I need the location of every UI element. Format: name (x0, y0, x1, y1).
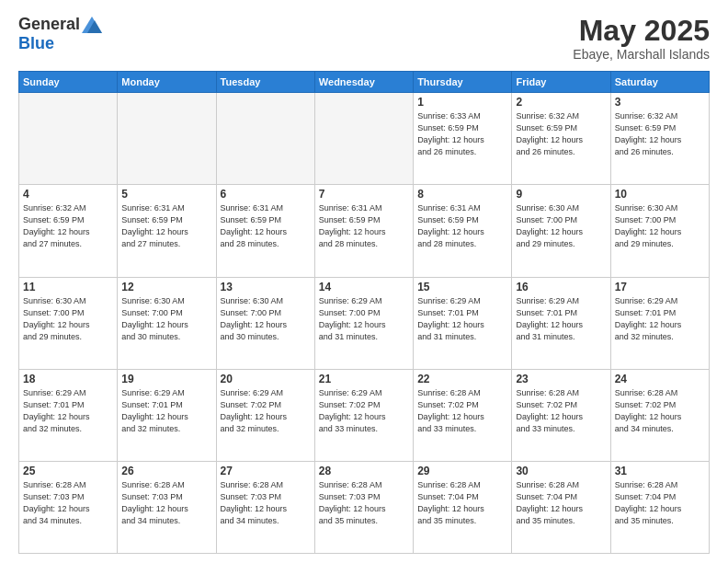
day-info: Sunrise: 6:31 AM Sunset: 6:59 PM Dayligh… (319, 202, 409, 250)
day-info: Sunrise: 6:30 AM Sunset: 7:00 PM Dayligh… (221, 295, 311, 343)
calendar-cell: 27Sunrise: 6:28 AM Sunset: 7:03 PM Dayli… (216, 461, 314, 553)
location-title: Ebaye, Marshall Islands (573, 47, 710, 62)
calendar-week-row: 11Sunrise: 6:30 AM Sunset: 7:00 PM Dayli… (19, 277, 710, 369)
day-info: Sunrise: 6:29 AM Sunset: 7:01 PM Dayligh… (615, 295, 705, 343)
day-info: Sunrise: 6:32 AM Sunset: 6:59 PM Dayligh… (23, 202, 113, 250)
day-info: Sunrise: 6:33 AM Sunset: 6:59 PM Dayligh… (417, 110, 507, 158)
calendar-cell: 23Sunrise: 6:28 AM Sunset: 7:02 PM Dayli… (512, 369, 610, 461)
calendar-cell: 1Sunrise: 6:33 AM Sunset: 6:59 PM Daylig… (414, 93, 512, 185)
calendar-header-row: SundayMondayTuesdayWednesdayThursdayFrid… (19, 72, 710, 93)
day-number: 26 (121, 465, 211, 477)
day-info: Sunrise: 6:29 AM Sunset: 7:02 PM Dayligh… (319, 387, 409, 435)
day-info: Sunrise: 6:28 AM Sunset: 7:02 PM Dayligh… (615, 387, 705, 435)
day-info: Sunrise: 6:30 AM Sunset: 7:00 PM Dayligh… (615, 202, 705, 250)
day-number: 18 (23, 373, 113, 385)
day-number: 22 (417, 373, 507, 385)
col-header-thursday: Thursday (414, 72, 512, 93)
calendar-cell: 20Sunrise: 6:29 AM Sunset: 7:02 PM Dayli… (216, 369, 314, 461)
day-number: 27 (221, 465, 311, 477)
col-header-tuesday: Tuesday (216, 72, 314, 93)
calendar-cell: 15Sunrise: 6:29 AM Sunset: 7:01 PM Dayli… (414, 277, 512, 369)
calendar-cell: 7Sunrise: 6:31 AM Sunset: 6:59 PM Daylig… (314, 185, 413, 277)
day-info: Sunrise: 6:28 AM Sunset: 7:02 PM Dayligh… (417, 387, 507, 435)
calendar-cell (216, 93, 314, 185)
day-info: Sunrise: 6:32 AM Sunset: 6:59 PM Dayligh… (516, 110, 606, 158)
day-number: 14 (319, 281, 409, 293)
calendar-table: SundayMondayTuesdayWednesdayThursdayFrid… (18, 71, 710, 554)
day-number: 15 (417, 281, 507, 293)
day-info: Sunrise: 6:29 AM Sunset: 7:00 PM Dayligh… (319, 295, 409, 343)
day-info: Sunrise: 6:31 AM Sunset: 6:59 PM Dayligh… (121, 202, 211, 250)
logo-general-text: General (18, 15, 80, 34)
col-header-monday: Monday (118, 72, 216, 93)
calendar-cell: 12Sunrise: 6:30 AM Sunset: 7:00 PM Dayli… (118, 277, 216, 369)
day-number: 23 (516, 373, 606, 385)
day-info: Sunrise: 6:30 AM Sunset: 7:00 PM Dayligh… (121, 295, 211, 343)
calendar-week-row: 18Sunrise: 6:29 AM Sunset: 7:01 PM Dayli… (19, 369, 710, 461)
calendar-cell: 30Sunrise: 6:28 AM Sunset: 7:04 PM Dayli… (512, 461, 610, 553)
calendar-cell: 13Sunrise: 6:30 AM Sunset: 7:00 PM Dayli… (216, 277, 314, 369)
calendar-cell: 10Sunrise: 6:30 AM Sunset: 7:00 PM Dayli… (610, 185, 709, 277)
calendar-week-row: 4Sunrise: 6:32 AM Sunset: 6:59 PM Daylig… (19, 185, 710, 277)
title-block: May 2025 Ebaye, Marshall Islands (573, 15, 710, 62)
calendar-cell: 22Sunrise: 6:28 AM Sunset: 7:02 PM Dayli… (414, 369, 512, 461)
day-number: 30 (516, 465, 606, 477)
logo-icon (82, 17, 102, 33)
calendar-cell: 5Sunrise: 6:31 AM Sunset: 6:59 PM Daylig… (118, 185, 216, 277)
day-number: 12 (121, 281, 211, 293)
calendar-week-row: 1Sunrise: 6:33 AM Sunset: 6:59 PM Daylig… (19, 93, 710, 185)
day-number: 5 (121, 188, 211, 201)
day-number: 13 (221, 281, 311, 293)
day-number: 29 (417, 465, 507, 477)
calendar-week-row: 25Sunrise: 6:28 AM Sunset: 7:03 PM Dayli… (19, 461, 710, 553)
col-header-sunday: Sunday (19, 72, 118, 93)
calendar-cell: 17Sunrise: 6:29 AM Sunset: 7:01 PM Dayli… (610, 277, 709, 369)
calendar-cell: 11Sunrise: 6:30 AM Sunset: 7:00 PM Dayli… (19, 277, 118, 369)
day-info: Sunrise: 6:29 AM Sunset: 7:01 PM Dayligh… (121, 387, 211, 435)
day-number: 4 (23, 188, 113, 201)
day-number: 25 (23, 465, 113, 477)
logo-blue-text: Blue (18, 34, 54, 53)
day-info: Sunrise: 6:28 AM Sunset: 7:04 PM Dayligh… (516, 479, 606, 527)
day-info: Sunrise: 6:30 AM Sunset: 7:00 PM Dayligh… (516, 202, 606, 250)
calendar-cell: 9Sunrise: 6:30 AM Sunset: 7:00 PM Daylig… (512, 185, 610, 277)
page: General Blue May 2025 Ebaye, Marshall Is… (0, 0, 728, 563)
day-info: Sunrise: 6:29 AM Sunset: 7:01 PM Dayligh… (516, 295, 606, 343)
calendar-cell: 16Sunrise: 6:29 AM Sunset: 7:01 PM Dayli… (512, 277, 610, 369)
calendar-cell: 25Sunrise: 6:28 AM Sunset: 7:03 PM Dayli… (19, 461, 118, 553)
calendar-cell: 3Sunrise: 6:32 AM Sunset: 6:59 PM Daylig… (610, 93, 709, 185)
day-number: 16 (516, 281, 606, 293)
day-number: 2 (516, 96, 606, 109)
day-number: 24 (615, 373, 705, 385)
calendar-cell: 2Sunrise: 6:32 AM Sunset: 6:59 PM Daylig… (512, 93, 610, 185)
day-info: Sunrise: 6:28 AM Sunset: 7:04 PM Dayligh… (615, 479, 705, 527)
day-number: 19 (121, 373, 211, 385)
day-number: 17 (615, 281, 705, 293)
col-header-saturday: Saturday (610, 72, 709, 93)
day-info: Sunrise: 6:30 AM Sunset: 7:00 PM Dayligh… (23, 295, 113, 343)
month-title: May 2025 (573, 15, 710, 47)
day-info: Sunrise: 6:28 AM Sunset: 7:04 PM Dayligh… (417, 479, 507, 527)
calendar-cell: 19Sunrise: 6:29 AM Sunset: 7:01 PM Dayli… (118, 369, 216, 461)
day-number: 28 (319, 465, 409, 477)
day-info: Sunrise: 6:28 AM Sunset: 7:03 PM Dayligh… (121, 479, 211, 527)
day-number: 1 (417, 96, 507, 109)
day-info: Sunrise: 6:29 AM Sunset: 7:01 PM Dayligh… (23, 387, 113, 435)
day-info: Sunrise: 6:29 AM Sunset: 7:01 PM Dayligh… (417, 295, 507, 343)
day-number: 9 (516, 188, 606, 201)
calendar-cell (118, 93, 216, 185)
day-info: Sunrise: 6:28 AM Sunset: 7:03 PM Dayligh… (221, 479, 311, 527)
day-number: 31 (615, 465, 705, 477)
calendar-cell: 8Sunrise: 6:31 AM Sunset: 6:59 PM Daylig… (414, 185, 512, 277)
day-number: 3 (615, 96, 705, 109)
day-info: Sunrise: 6:29 AM Sunset: 7:02 PM Dayligh… (221, 387, 311, 435)
calendar-cell: 4Sunrise: 6:32 AM Sunset: 6:59 PM Daylig… (19, 185, 118, 277)
logo: General Blue (18, 15, 102, 53)
day-number: 7 (319, 188, 409, 201)
calendar-cell: 29Sunrise: 6:28 AM Sunset: 7:04 PM Dayli… (414, 461, 512, 553)
calendar-cell: 24Sunrise: 6:28 AM Sunset: 7:02 PM Dayli… (610, 369, 709, 461)
calendar-cell: 26Sunrise: 6:28 AM Sunset: 7:03 PM Dayli… (118, 461, 216, 553)
day-number: 6 (221, 188, 311, 201)
calendar-cell: 14Sunrise: 6:29 AM Sunset: 7:00 PM Dayli… (314, 277, 413, 369)
header: General Blue May 2025 Ebaye, Marshall Is… (18, 15, 710, 62)
